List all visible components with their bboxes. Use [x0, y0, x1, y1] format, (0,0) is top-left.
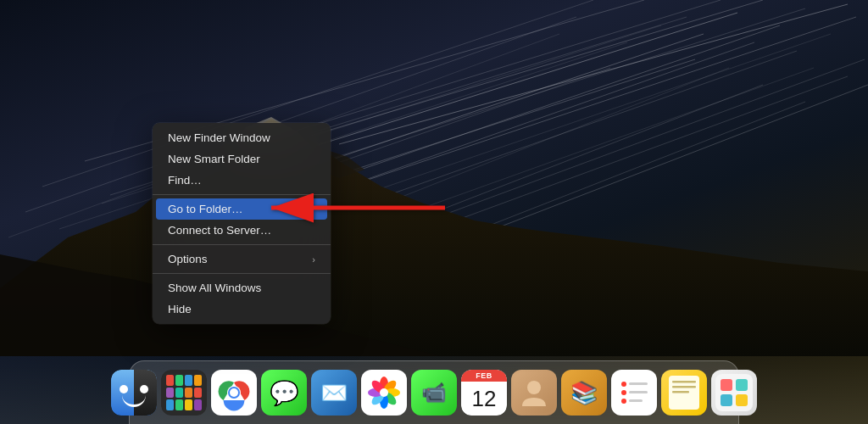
dock-icon-mail[interactable]: ✉️ — [311, 370, 357, 416]
facetime-camera-icon: 📹 — [421, 381, 447, 404]
svg-point-50 — [621, 399, 626, 404]
calendar-day: 12 — [461, 382, 507, 416]
menu-separator-2 — [153, 244, 331, 245]
contacts-logo — [514, 372, 554, 413]
dock-icon-launchpad[interactable] — [161, 370, 207, 416]
menu-item-new-finder-window[interactable]: New Finder Window — [153, 127, 331, 148]
books-icon: 📚 — [570, 380, 598, 406]
dock-icon-facetime[interactable]: 📹 — [411, 370, 457, 416]
svg-point-32 — [230, 388, 238, 397]
notes-logo — [665, 374, 703, 411]
svg-rect-57 — [721, 379, 732, 391]
dock-icon-messages[interactable]: 💬 — [261, 370, 307, 416]
submenu-arrow-icon: › — [312, 254, 315, 265]
lp-dot — [166, 399, 174, 410]
svg-rect-54 — [672, 386, 696, 388]
svg-rect-59 — [721, 394, 732, 406]
dock: 💬 ✉️ — [0, 354, 868, 424]
dock-icon-notes[interactable] — [661, 370, 707, 416]
photos-logo — [364, 372, 404, 413]
dock-icon-calendar[interactable]: FEB 12 — [461, 370, 507, 416]
menu-separator-3 — [153, 273, 331, 274]
svg-rect-58 — [736, 379, 748, 391]
dock-icon-chrome[interactable] — [211, 370, 257, 416]
svg-point-46 — [621, 382, 626, 387]
lp-dot — [166, 388, 174, 399]
svg-rect-60 — [736, 394, 748, 406]
svg-rect-51 — [629, 399, 643, 402]
dock-icon-contacts[interactable] — [511, 370, 557, 416]
svg-point-44 — [527, 381, 541, 394]
dock-icon-craft[interactable] — [711, 370, 757, 416]
lp-dot — [185, 399, 192, 410]
svg-point-42 — [380, 388, 388, 397]
menu-item-options[interactable]: Options › — [153, 248, 331, 270]
dock-icon-photos[interactable] — [361, 370, 407, 416]
lp-dot — [185, 388, 192, 399]
lp-dot — [175, 399, 183, 410]
dock-icon-reminders[interactable] — [611, 370, 657, 416]
dock-icon-books[interactable]: 📚 — [561, 370, 607, 416]
svg-rect-55 — [672, 391, 689, 393]
lp-dot — [175, 388, 183, 399]
dock-icon-finder[interactable] — [111, 370, 157, 416]
chrome-logo — [215, 374, 253, 411]
menu-item-new-smart-folder[interactable]: New Smart Folder — [153, 148, 331, 170]
svg-rect-49 — [629, 391, 648, 393]
dock-items-container: 💬 ✉️ — [104, 370, 764, 421]
mail-envelope-icon: ✉️ — [320, 380, 348, 406]
svg-rect-47 — [629, 382, 648, 385]
lp-dot — [194, 388, 202, 399]
annotation-arrow — [263, 187, 449, 232]
svg-rect-53 — [672, 381, 696, 383]
menu-item-show-all-windows[interactable]: Show All Windows — [153, 277, 331, 298]
calendar-month: FEB — [461, 370, 507, 382]
messages-bubble-icon: 💬 — [270, 379, 299, 407]
craft-logo — [715, 374, 753, 411]
lp-dot — [194, 399, 202, 410]
lp-dot — [194, 375, 202, 386]
lp-dot — [175, 375, 183, 386]
svg-point-48 — [621, 390, 626, 395]
lp-dot — [166, 375, 174, 386]
lp-dot — [185, 375, 192, 386]
svg-rect-56 — [715, 374, 753, 411]
finder-smile — [122, 395, 146, 407]
menu-item-hide[interactable]: Hide — [153, 298, 331, 320]
finder-eye-right — [140, 385, 148, 393]
reminders-logo — [615, 374, 653, 411]
finder-eye-left — [120, 385, 128, 393]
